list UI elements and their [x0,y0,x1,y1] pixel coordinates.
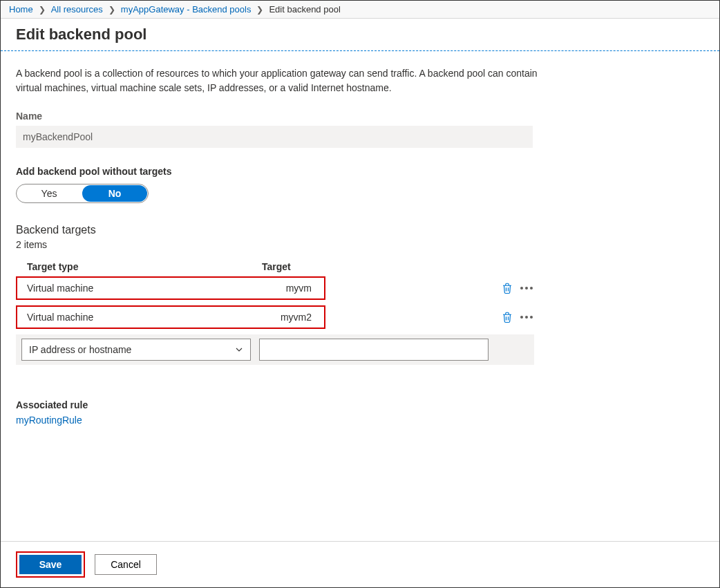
delete-icon[interactable] [501,282,513,294]
target-entry[interactable]: Virtual machine myvm [16,276,325,300]
target-type-select[interactable]: IP address or hostname [21,339,251,361]
target-type-value: Virtual machine [27,283,251,294]
col-target: Target [262,261,534,272]
associated-rule-label: Associated rule [16,399,552,410]
more-icon[interactable] [520,316,533,319]
target-type-value: Virtual machine [27,312,251,323]
chevron-right-icon: ❯ [108,5,115,15]
chevron-right-icon: ❯ [39,5,46,15]
cancel-button[interactable]: Cancel [95,554,157,575]
target-type-select-value: IP address or hostname [29,344,131,355]
items-count: 2 items [16,239,552,250]
target-name-value: myvm2 [251,312,314,323]
breadcrumb-gateway[interactable]: myAppGateway - Backend pools [121,4,252,15]
name-label: Name [16,111,552,122]
target-entry[interactable]: Virtual machine myvm2 [16,305,325,329]
target-value-input[interactable] [259,339,489,361]
chevron-down-icon [234,344,245,357]
no-targets-toggle[interactable]: Yes No [16,184,149,203]
breadcrumb: Home ❯ All resources ❯ myAppGateway - Ba… [1,1,719,19]
backend-targets-header: Backend targets [16,224,552,236]
no-targets-label: Add backend pool without targets [16,166,552,177]
page-title: Edit backend pool [1,19,719,50]
toggle-yes[interactable]: Yes [17,184,82,202]
target-row: Virtual machine myvm [16,276,534,300]
delete-icon[interactable] [501,311,513,323]
breadcrumb-current: Edit backend pool [269,4,340,15]
target-name-value: myvm [251,283,314,294]
breadcrumb-home[interactable]: Home [9,4,33,15]
targets-table-header: Target type Target [16,257,534,276]
add-target-row: IP address or hostname [16,334,534,365]
chevron-right-icon: ❯ [256,5,263,15]
save-highlight: Save [16,551,85,578]
pool-description: A backend pool is a collection of resour… [16,66,541,95]
col-target-type: Target type [27,261,262,272]
more-icon[interactable] [520,287,533,290]
target-row: Virtual machine myvm2 [16,305,534,329]
save-button[interactable]: Save [19,555,82,574]
toggle-no[interactable]: No [82,185,147,202]
name-input[interactable] [16,126,533,148]
footer: Save Cancel [1,541,719,587]
breadcrumb-all-resources[interactable]: All resources [51,4,103,15]
associated-rule-link[interactable]: myRoutingRule [16,415,82,426]
